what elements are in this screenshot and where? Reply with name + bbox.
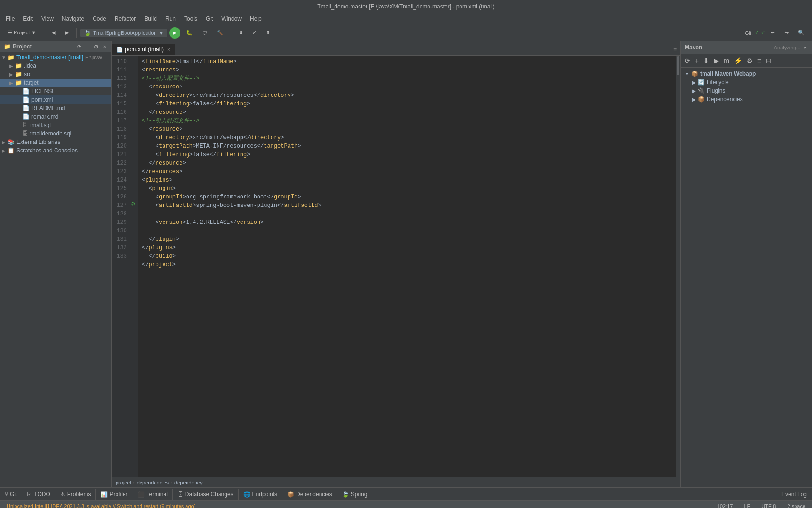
maven-title: Maven	[685, 44, 702, 51]
project-sync-button[interactable]: ⟳	[76, 44, 83, 50]
run-config-selector[interactable]: 🍃 TmallSpringBootApplication ▼	[80, 29, 167, 37]
project-settings-button[interactable]: ⚙	[93, 44, 100, 50]
maven-lifecycle-button[interactable]: ⚡	[732, 56, 744, 65]
tree-src[interactable]: ▶ 📁 src	[0, 70, 111, 79]
vcs-update-button[interactable]: ⬇	[235, 28, 247, 37]
status-linesep[interactable]: LF	[741, 503, 753, 508]
git-check2: ✓	[761, 30, 765, 36]
tree-target[interactable]: ▶ 📁 target	[0, 79, 111, 87]
ext-label: External Libraries	[16, 139, 60, 145]
tab-pomxml[interactable]: 📄 pom.xml (tmall) ×	[112, 44, 175, 55]
bottom-tab-db-changes[interactable]: 🗄 Database Changes	[173, 489, 239, 500]
menu-window[interactable]: Window	[218, 15, 245, 23]
status-warning[interactable]: Unlocalized IntelliJ IDEA 2021.3.3 is av…	[4, 503, 198, 508]
menu-file[interactable]: File	[2, 15, 18, 23]
bottom-tab-event-log[interactable]: Event Log	[777, 489, 812, 500]
maven-settings-button[interactable]: ⚙	[745, 56, 755, 65]
build-button[interactable]: 🔨	[213, 28, 227, 37]
maven-deps-icon: 📦	[698, 96, 705, 103]
back-button[interactable]: ◀	[48, 28, 59, 37]
tab-options-button[interactable]: ≡	[670, 45, 680, 55]
tree-idea[interactable]: ▶ 📁 .idea	[0, 62, 111, 70]
forward-button[interactable]: ▶	[61, 28, 72, 37]
coverage-button[interactable]: 🛡	[198, 29, 211, 37]
run-button[interactable]: ▶	[169, 27, 180, 39]
redo-button[interactable]: ↪	[781, 28, 792, 37]
maven-download-button[interactable]: ⬇	[702, 56, 711, 65]
maven-add-button[interactable]: +	[693, 56, 701, 65]
menu-bar: File Edit View Navigate Code Refactor Bu…	[0, 13, 812, 24]
tree-remark[interactable]: ▶ 📄 remark.md	[0, 112, 111, 121]
maven-refresh-button[interactable]: ⟳	[683, 56, 692, 65]
toolbar-sep3	[231, 28, 231, 38]
project-button[interactable]: ☰ Project ▼	[4, 28, 40, 37]
bottom-tab-dependencies[interactable]: 📦 Dependencies	[282, 489, 337, 500]
maven-run2-button[interactable]: m	[722, 56, 731, 65]
status-position[interactable]: 102:17	[714, 503, 736, 508]
problems-tab-label: Problems	[67, 491, 91, 498]
maven-expand-button[interactable]: ≡	[756, 56, 763, 65]
maven-lifecycle-icon: 🔄	[698, 79, 705, 86]
vcs-commit-button[interactable]: ✓	[249, 28, 260, 37]
debug-button[interactable]: 🐛	[182, 28, 196, 37]
scrollbar-thumb[interactable]	[677, 56, 679, 75]
undo-button[interactable]: ↩	[767, 28, 779, 37]
maven-collapse-button[interactable]: ⊟	[764, 56, 773, 65]
menu-navigate[interactable]: Navigate	[58, 15, 88, 23]
tree-license[interactable]: ▶ 📄 LICENSE	[0, 87, 111, 95]
editor-scrollbar[interactable]	[676, 56, 680, 477]
maven-close-button[interactable]: ×	[803, 45, 808, 50]
scratches-arrow-icon: ▶	[0, 148, 8, 153]
menu-git[interactable]: Git	[202, 15, 217, 23]
maven-root[interactable]: ▼ 📦 tmall Maven Webapp	[681, 70, 812, 78]
bottom-tab-endpoints[interactable]: 🌐 Endpoints	[239, 489, 282, 500]
target-folder-icon: 📁	[15, 79, 22, 86]
git-tab-label: Git	[10, 491, 17, 498]
code-editor[interactable]: <finalName>tmall</finalName> <resources>…	[138, 56, 676, 477]
menu-code[interactable]: Code	[89, 15, 110, 23]
bottom-tab-git[interactable]: ⑂ Git	[0, 489, 22, 500]
tree-scratches[interactable]: ▶ 📋 Scratches and Consoles	[0, 146, 111, 155]
run-config-label: TmallSpringBootApplication	[93, 30, 156, 36]
bottom-tab-problems[interactable]: ⚠ Problems	[55, 489, 96, 500]
project-close-button[interactable]: ×	[102, 44, 108, 50]
tree-tmalldemodb[interactable]: ▶ 🗄 tmalldemodb.sql	[0, 129, 111, 138]
tab-close-icon[interactable]: ×	[167, 47, 170, 52]
event-log-label: Event Log	[781, 491, 807, 498]
menu-help[interactable]: Help	[246, 15, 265, 23]
menu-run[interactable]: Run	[162, 15, 180, 23]
bottom-tab-spring[interactable]: 🍃 Spring	[337, 489, 373, 500]
breadcrumb-dependency[interactable]: dependency	[174, 480, 203, 485]
menu-refactor[interactable]: Refactor	[111, 15, 140, 23]
project-collapse-button[interactable]: −	[85, 44, 90, 50]
src-arrow-icon: ▶	[8, 72, 15, 77]
bottom-tab-terminal[interactable]: ⬛ Terminal	[133, 489, 173, 500]
editor-content[interactable]: 110111112113114 115116117118119 12012112…	[112, 56, 680, 477]
tree-root[interactable]: ▼ 📁 Tmall_demo-master [tmall] E:\java\	[0, 53, 111, 62]
maven-dependencies[interactable]: ▶ 📦 Dependencies	[681, 95, 812, 103]
breadcrumb-dependencies[interactable]: dependencies	[137, 480, 169, 485]
status-encoding[interactable]: UTF-8	[758, 503, 779, 508]
search-everywhere-button[interactable]: 🔍	[794, 28, 808, 37]
maven-plugins[interactable]: ▶ 🔌 Plugins	[681, 87, 812, 95]
menu-tools[interactable]: Tools	[180, 15, 201, 23]
vcs-push-button[interactable]: ⬆	[262, 28, 274, 37]
tree-ext-libraries[interactable]: ▶ 📚 External Libraries	[0, 138, 111, 146]
pom-label: pom.xml	[31, 96, 53, 103]
menu-view[interactable]: View	[38, 15, 57, 23]
scratches-label: Scratches and Consoles	[16, 147, 78, 154]
bottom-tab-profiler[interactable]: 📊 Profiler	[96, 489, 133, 500]
src-folder-icon: 📁	[15, 71, 22, 78]
tree-pomxml[interactable]: ▶ 📄 pom.xml	[0, 95, 111, 104]
menu-build[interactable]: Build	[141, 15, 161, 23]
bottom-tab-todo[interactable]: ☑ TODO	[22, 489, 55, 500]
breadcrumb-project[interactable]: project	[116, 480, 131, 485]
tree-readme[interactable]: ▶ 📄 README.md	[0, 104, 111, 112]
maven-lifecycle[interactable]: ▶ 🔄 Lifecycle	[681, 78, 812, 87]
maven-run-button[interactable]: ▶	[712, 56, 721, 65]
tree-tmallsql[interactable]: ▶ 🗄 tmall.sql	[0, 121, 111, 129]
db-changes-tab-label: Database Changes	[185, 491, 234, 498]
status-indent[interactable]: 2 space	[784, 503, 808, 508]
menu-edit[interactable]: Edit	[19, 15, 37, 23]
git-label: Git:	[745, 30, 753, 36]
